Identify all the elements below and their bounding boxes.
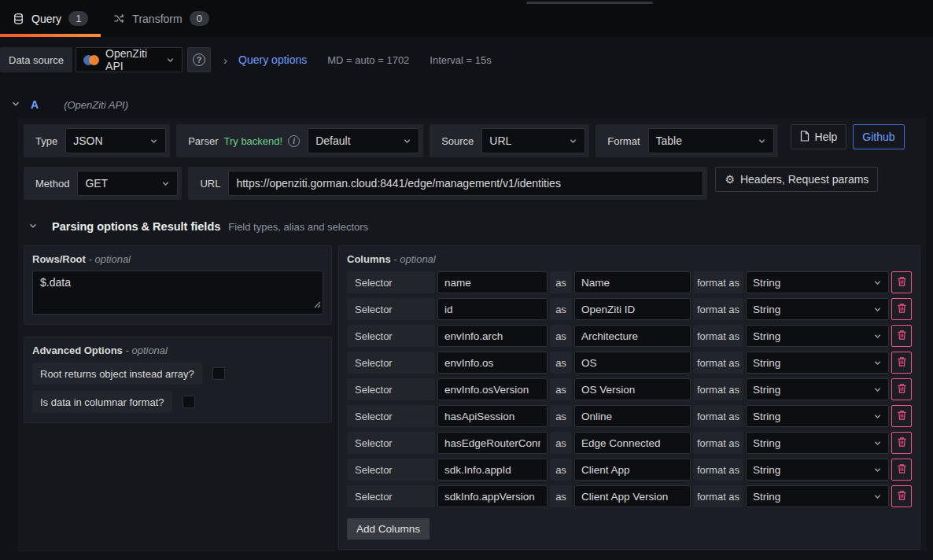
interval-text: Interval = 15s	[430, 54, 491, 66]
selector-input[interactable]	[437, 325, 548, 347]
advanced-option-label: Is data in columnar format?	[32, 391, 172, 413]
column-format-select[interactable]: String	[746, 325, 889, 347]
alias-input[interactable]	[574, 405, 691, 427]
left-column: Rows/Root - optional $.data Advanced Opt…	[24, 245, 332, 550]
parsing-options-header[interactable]: Parsing options & Result fields Field ty…	[28, 220, 920, 233]
parser-select[interactable]: Default	[308, 128, 419, 153]
delete-column-button[interactable]	[891, 352, 912, 374]
source-select[interactable]: URL	[481, 128, 585, 153]
method-select[interactable]: GET	[77, 171, 178, 196]
github-button[interactable]: Github	[853, 124, 904, 149]
as-label: as	[550, 405, 572, 427]
as-label: as	[550, 459, 572, 481]
query-row-header[interactable]: A (OpenZiti API)	[0, 93, 933, 116]
selector-input[interactable]	[437, 485, 548, 507]
url-label: URL	[192, 171, 228, 196]
alias-input[interactable]	[574, 432, 691, 454]
rows-root-input[interactable]: $.data	[32, 271, 323, 315]
column-format-value: String	[753, 384, 780, 396]
headers-request-params-button[interactable]: ⚙ Headers, Request params	[715, 167, 878, 192]
url-input[interactable]	[228, 171, 703, 196]
selector-input[interactable]	[437, 405, 548, 427]
parsing-options-title: Parsing options & Result fields	[52, 220, 220, 233]
advanced-options-list: Root returns object instead array? Is da…	[32, 363, 323, 413]
column-format-select[interactable]: String	[746, 298, 889, 320]
pane-resize-handle[interactable]	[526, 2, 653, 4]
source-value: URL	[489, 134, 511, 147]
trash-icon	[897, 330, 907, 343]
type-label: Type	[28, 128, 65, 153]
column-format-select[interactable]: String	[746, 485, 889, 507]
chevron-down-icon	[873, 359, 882, 367]
parser-value: Default	[315, 134, 350, 147]
advanced-option-checkbox[interactable]	[183, 396, 195, 408]
as-label: as	[550, 352, 572, 374]
alias-input[interactable]	[574, 352, 691, 374]
delete-column-button[interactable]	[891, 432, 912, 454]
selector-label: Selector	[347, 298, 435, 320]
delete-column-button[interactable]	[891, 485, 912, 507]
advanced-option-checkbox[interactable]	[212, 367, 225, 380]
as-label: as	[550, 271, 572, 293]
collapse-chevron-icon[interactable]	[28, 221, 38, 233]
help-button[interactable]: Help	[791, 124, 847, 149]
column-format-value: String	[753, 437, 780, 449]
column-format-select[interactable]: String	[746, 405, 889, 427]
delete-column-button[interactable]	[891, 459, 912, 481]
column-row: Selector as format as String	[347, 271, 912, 293]
query-options-link[interactable]: Query options	[238, 53, 307, 66]
chevron-down-icon	[873, 305, 882, 314]
chevron-down-icon	[166, 56, 175, 64]
delete-column-button[interactable]	[891, 325, 912, 347]
selector-input[interactable]	[437, 298, 548, 320]
column-format-select[interactable]: String	[746, 271, 889, 293]
columns-optional-hint: - optional	[393, 253, 435, 265]
delete-column-button[interactable]	[891, 378, 912, 400]
github-button-label: Github	[862, 131, 894, 143]
datasource-picker[interactable]: OpenZiti API	[76, 47, 183, 72]
alias-input[interactable]	[574, 271, 691, 293]
as-label: as	[550, 485, 572, 507]
alias-input[interactable]	[574, 378, 691, 400]
trash-icon	[897, 410, 907, 423]
alias-input[interactable]	[574, 298, 691, 320]
selector-input[interactable]	[437, 271, 548, 293]
parser-label-box: Parser Try backend! i	[180, 128, 308, 153]
headers-button-label: Headers, Request params	[740, 173, 868, 186]
chevron-down-icon	[873, 332, 882, 341]
column-row: Selector as format as String	[347, 352, 912, 374]
datasource-logo-icon	[83, 55, 99, 65]
alias-input[interactable]	[574, 459, 691, 481]
column-format-select[interactable]: String	[746, 432, 889, 454]
selector-label: Selector	[347, 405, 435, 427]
advanced-option-label: Root returns object instead array?	[32, 363, 202, 385]
add-columns-button[interactable]: Add Columns	[347, 518, 430, 540]
column-format-select[interactable]: String	[746, 352, 889, 374]
delete-column-button[interactable]	[891, 405, 912, 427]
column-format-value: String	[753, 491, 780, 503]
delete-column-button[interactable]	[891, 298, 912, 320]
selector-input[interactable]	[437, 432, 548, 454]
tab-query[interactable]: Query 1	[0, 0, 101, 37]
selector-input[interactable]	[437, 459, 548, 481]
as-label: as	[550, 298, 572, 320]
trash-icon	[897, 437, 907, 450]
datasource-help-button[interactable]: ?	[187, 47, 211, 72]
selector-input[interactable]	[437, 352, 548, 374]
max-data-points-text: MD = auto = 1702	[327, 54, 409, 66]
collapse-chevron-icon[interactable]	[11, 99, 20, 111]
tab-transform[interactable]: Transform 0	[101, 0, 222, 37]
query-editor-body: Type JSON Parser Try backend! i Default	[17, 118, 927, 551]
selector-label: Selector	[347, 432, 435, 454]
format-select[interactable]: Table	[648, 128, 774, 153]
column-format-select[interactable]: String	[746, 378, 889, 400]
selector-label: Selector	[347, 271, 435, 293]
type-select[interactable]: JSON	[65, 128, 166, 153]
trash-icon	[897, 383, 907, 396]
delete-column-button[interactable]	[891, 271, 912, 293]
column-format-select[interactable]: String	[746, 459, 889, 481]
method-value: GET	[85, 177, 108, 190]
alias-input[interactable]	[574, 485, 691, 507]
alias-input[interactable]	[574, 325, 691, 347]
selector-input[interactable]	[437, 378, 548, 400]
